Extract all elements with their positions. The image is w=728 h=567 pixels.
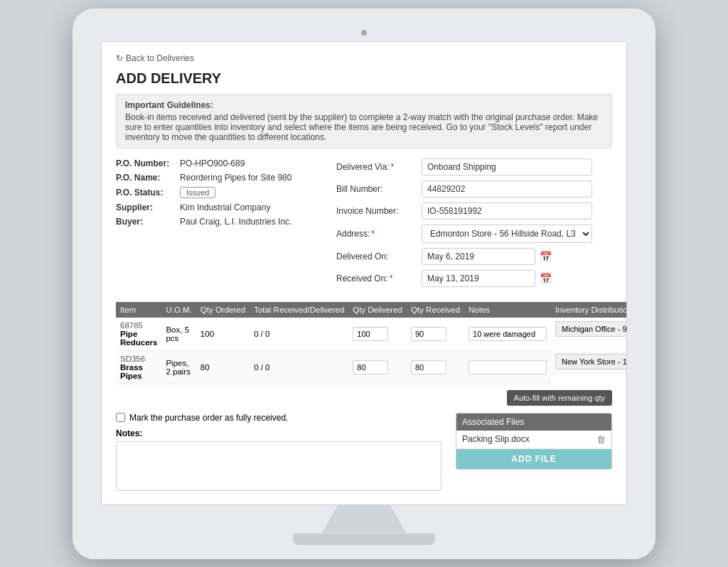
back-icon: ↻ bbox=[116, 53, 123, 63]
monitor-stand bbox=[321, 505, 407, 534]
invoice-number-label: Invoice Number: bbox=[336, 206, 422, 216]
address-select[interactable]: Edmonton Store - 56 Hillside Road, L3M 3… bbox=[422, 225, 592, 243]
item-id-1: SD356 bbox=[120, 355, 145, 363]
cell-dist-0: Michigan Office - 925 S Creyt bbox=[551, 318, 627, 341]
cell-dist-1: New York Store - 12 First Ave bbox=[551, 350, 627, 374]
bottom-right: Associated Files Packing Slip.docx 🗑 ADD… bbox=[456, 413, 612, 493]
supplier-label: Supplier: bbox=[116, 202, 180, 212]
guidelines-heading: Important Guidelines: bbox=[125, 100, 603, 110]
items-table: Item U.O.M. Qty Ordered Total Received/D… bbox=[116, 302, 627, 384]
file-name-0: Packing Slip.docx bbox=[462, 434, 530, 444]
calendar-icon-received[interactable]: 📅 bbox=[540, 273, 552, 284]
table-row: 68785 Pipe Reducers Box, 5 pcs 100 0 / 0… bbox=[116, 318, 627, 351]
monitor-dot bbox=[361, 30, 367, 36]
delivered-via-row: Delivered Via:* bbox=[336, 158, 612, 176]
notes-label: Notes: bbox=[116, 428, 441, 438]
dist-select-1[interactable]: New York Store - 12 First Ave bbox=[555, 354, 627, 369]
item-name-1: Brass Pipes bbox=[120, 363, 143, 380]
info-left: P.O. Number: PO-HPO900-689 P.O. Name: Re… bbox=[116, 158, 315, 292]
qty-received-input-0[interactable] bbox=[411, 327, 446, 341]
item-id-0: 68785 bbox=[120, 321, 143, 330]
col-notes: Notes bbox=[464, 302, 551, 318]
table-row: SD356 Brass Pipes Pipes, 2 pairs 80 0 / … bbox=[116, 350, 627, 384]
delivered-on-wrap: 📅 bbox=[422, 248, 552, 265]
cell-qty-received-1 bbox=[407, 350, 464, 384]
cell-notes-1 bbox=[464, 350, 551, 384]
invoice-number-row: Invoice Number: bbox=[336, 202, 612, 220]
po-number-label: P.O. Number: bbox=[116, 158, 180, 168]
bottom-controls: Auto-fill with remaining qty bbox=[116, 390, 612, 409]
associated-files-header: Associated Files bbox=[456, 414, 611, 431]
cell-total-received-1: 0 / 0 bbox=[250, 350, 348, 384]
file-row: Packing Slip.docx 🗑 bbox=[456, 431, 611, 449]
delivered-on-label: Delivered On: bbox=[336, 252, 422, 261]
notes-input-0[interactable] bbox=[469, 327, 547, 341]
guidelines-text: Book-in items received and delivered (se… bbox=[125, 112, 598, 142]
received-on-label: Received On:* bbox=[336, 274, 422, 284]
col-inventory-dist: Inventory Distribution bbox=[551, 302, 627, 318]
qty-delivered-input-0[interactable] bbox=[353, 327, 388, 341]
notes-textarea[interactable] bbox=[116, 441, 441, 491]
bill-number-row: Bill Number: bbox=[336, 180, 612, 198]
dist-select-0[interactable]: Michigan Office - 925 S Creyt bbox=[555, 321, 627, 337]
address-row: Address:* Edmonton Store - 56 Hillside R… bbox=[336, 225, 612, 243]
back-link-label: Back to Deliveries bbox=[126, 53, 194, 63]
supplier-row: Supplier: Kim Industrial Company bbox=[116, 202, 315, 212]
delivered-on-row: Delivered On: 📅 bbox=[336, 248, 612, 265]
col-qty-delivered: Qty Delivered bbox=[348, 302, 407, 318]
cell-qty-received-0 bbox=[407, 318, 464, 351]
mark-received-label: Mark the purchase order as fully receive… bbox=[129, 413, 288, 423]
col-uom: U.O.M. bbox=[161, 302, 196, 318]
received-on-row: Received On:* 📅 bbox=[336, 270, 612, 287]
po-status-row: P.O. Status: Issued bbox=[116, 187, 315, 198]
po-name-label: P.O. Name: bbox=[116, 173, 180, 183]
po-status-label: P.O. Status: bbox=[116, 188, 180, 198]
notes-input-1[interactable] bbox=[469, 360, 547, 374]
supplier-value: Kim Industrial Company bbox=[180, 202, 270, 212]
cell-qty-ordered-0: 100 bbox=[196, 318, 250, 351]
screen-content: ↻ Back to Deliveries ADD DELIVERY Import… bbox=[102, 42, 626, 504]
received-on-wrap: 📅 bbox=[422, 270, 552, 287]
bottom-left: Mark the purchase order as fully receive… bbox=[116, 413, 441, 493]
address-label: Address:* bbox=[336, 229, 422, 239]
add-file-button[interactable]: ADD FILE bbox=[456, 449, 611, 469]
col-qty-ordered: Qty Ordered bbox=[196, 302, 250, 318]
qty-received-input-1[interactable] bbox=[411, 360, 446, 374]
info-right: Delivered Via:* Bill Number: Invoice Num… bbox=[336, 158, 612, 292]
files-list: Packing Slip.docx 🗑 bbox=[456, 431, 611, 449]
delivered-via-label: Delivered Via:* bbox=[336, 162, 422, 172]
back-to-deliveries-link[interactable]: ↻ Back to Deliveries bbox=[116, 53, 612, 63]
table-header-row: Item U.O.M. Qty Ordered Total Received/D… bbox=[116, 302, 627, 318]
cell-total-received-0: 0 / 0 bbox=[250, 318, 348, 351]
bottom-section: Mark the purchase order as fully receive… bbox=[116, 413, 612, 493]
qty-delivered-input-1[interactable] bbox=[353, 360, 388, 374]
delete-file-icon-0[interactable]: 🗑 bbox=[596, 434, 606, 445]
bill-number-input[interactable] bbox=[422, 180, 592, 198]
received-on-input[interactable] bbox=[422, 270, 535, 287]
mark-received-checkbox[interactable] bbox=[116, 413, 125, 422]
po-name-row: P.O. Name: Reordering Pipes for Site 980 bbox=[116, 173, 315, 183]
cell-qty-delivered-1 bbox=[348, 350, 407, 384]
guidelines-box: Important Guidelines: Book-in items rece… bbox=[116, 94, 612, 148]
col-qty-received: Qty Received bbox=[407, 302, 464, 318]
po-number-row: P.O. Number: PO-HPO900-689 bbox=[116, 158, 315, 168]
cell-uom-1: Pipes, 2 pairs bbox=[161, 350, 196, 384]
po-name-value: Reordering Pipes for Site 980 bbox=[180, 173, 291, 183]
delivered-on-input[interactable] bbox=[422, 248, 535, 265]
cell-notes-0 bbox=[464, 318, 551, 351]
buyer-row: Buyer: Paul Craig, L.I. Industries Inc. bbox=[116, 217, 315, 227]
table-body: 68785 Pipe Reducers Box, 5 pcs 100 0 / 0… bbox=[116, 318, 627, 384]
col-item: Item bbox=[116, 302, 161, 318]
info-section: P.O. Number: PO-HPO900-689 P.O. Name: Re… bbox=[116, 158, 612, 292]
delivered-via-input[interactable] bbox=[422, 158, 592, 176]
required-star-address: * bbox=[371, 229, 375, 239]
auto-fill-button[interactable]: Auto-fill with remaining qty bbox=[507, 390, 612, 406]
col-total-received: Total Received/Delivered bbox=[250, 302, 348, 318]
cell-uom-0: Box, 5 pcs bbox=[161, 318, 196, 351]
calendar-icon-delivered[interactable]: 📅 bbox=[540, 251, 552, 262]
cell-qty-delivered-0 bbox=[348, 318, 407, 351]
associated-files-box: Associated Files Packing Slip.docx 🗑 ADD… bbox=[456, 413, 612, 470]
invoice-number-input[interactable] bbox=[422, 202, 592, 220]
page-title: ADD DELIVERY bbox=[116, 70, 612, 87]
required-star-received: * bbox=[390, 274, 393, 284]
